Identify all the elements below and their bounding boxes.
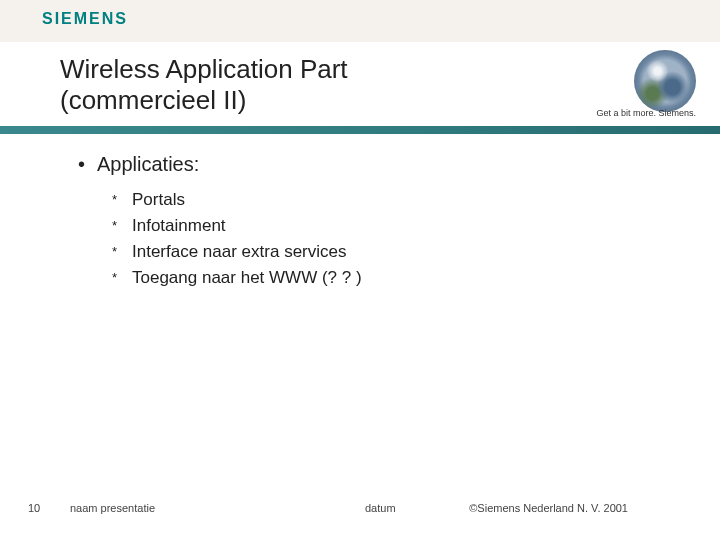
copyright: ©Siemens Nederland N. V. 2001 xyxy=(469,502,628,514)
content-area: • Applicaties: * Portals * Infotainment … xyxy=(78,150,680,292)
sub-bullet-text: Portals xyxy=(132,188,185,212)
title-line-1: Wireless Application Part xyxy=(60,54,348,84)
bullet-row: • Applicaties: xyxy=(78,150,680,178)
list-item: * Interface naar extra services xyxy=(112,240,680,264)
globe-icon xyxy=(634,50,696,112)
sub-bullet-text: Interface naar extra services xyxy=(132,240,346,264)
date-placeholder: datum xyxy=(365,502,396,514)
presentation-name: naam presentatie xyxy=(70,502,155,514)
slide-title: Wireless Application Part (commercieel I… xyxy=(60,54,348,116)
bullet-text: Applicaties: xyxy=(97,150,199,178)
asterisk-icon: * xyxy=(112,188,122,212)
slide: SIEMENS Wireless Application Part (comme… xyxy=(0,0,720,540)
list-item: * Portals xyxy=(112,188,680,212)
asterisk-icon: * xyxy=(112,266,122,290)
asterisk-icon: * xyxy=(112,214,122,238)
list-item: * Infotainment xyxy=(112,214,680,238)
globe-graphic xyxy=(634,50,696,112)
page-number: 10 xyxy=(28,502,40,514)
header-underline-bar xyxy=(0,126,720,134)
brand-tagline: Get a bit more. Siemens. xyxy=(596,108,696,118)
list-item: * Toegang naar het WWW (? ? ) xyxy=(112,266,680,290)
asterisk-icon: * xyxy=(112,240,122,264)
sub-bullet-text: Toegang naar het WWW (? ? ) xyxy=(132,266,362,290)
sub-bullet-list: * Portals * Infotainment * Interface naa… xyxy=(112,188,680,290)
siemens-logo: SIEMENS xyxy=(42,10,128,28)
title-line-2: (commercieel II) xyxy=(60,85,246,115)
bullet-dot-icon: • xyxy=(78,150,85,178)
sub-bullet-text: Infotainment xyxy=(132,214,226,238)
